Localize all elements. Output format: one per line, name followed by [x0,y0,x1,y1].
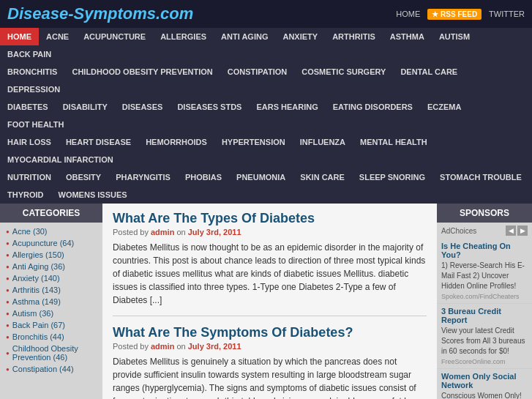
sponsor-1-title[interactable]: Is He Cheating On You? [441,242,528,259]
nav-back-pain[interactable]: BACK PAIN [0,45,59,63]
category-link-back-pain[interactable]: Back Pain (67) [12,321,65,329]
sponsor-item-3: Women Only Social Network Conscious Wome… [437,369,532,399]
article-2-author: admin [151,342,174,351]
article-2: What Are The Symptoms Of Diabetes? Poste… [113,325,427,399]
list-item: Acne (30) [0,225,102,237]
article-2-title[interactable]: What Are The Symptoms Of Diabetes? [113,325,427,340]
ad-next-button[interactable]: ▶ [517,225,528,236]
nav-cosmetic-surgery[interactable]: COSMETIC SURGERY [294,63,393,81]
category-link-arthritis[interactable]: Arthritis (143) [12,286,61,294]
nav-thyroid[interactable]: THYROID [0,186,51,204]
nav-acupuncture[interactable]: ACUPUNCTURE [76,28,153,45]
category-link-bronchitis[interactable]: Bronchitis (44) [12,332,64,341]
category-link-constipation[interactable]: Constipation (44) [12,365,74,373]
nav-row-4: HAIR LOSS HEART DISEASE HEMORRHOIDS HYPE… [0,133,532,168]
nav-row-3: DIABETES DISABILITY DISEASES DISEASES ST… [0,98,532,133]
list-item: Anti Aging (36) [0,261,102,272]
nav-row-5: NUTRITION OBESITY PHARYNGITIS PHOBIAS PN… [0,168,532,186]
header-right: HOME ★ RSS FEED TWITTER [396,9,525,20]
nav-skin-care[interactable]: SKIN CARE [293,168,352,186]
nav-obesity[interactable]: OBESITY [59,168,108,186]
nav-hemorrhoids[interactable]: HEMORRHOIDS [138,133,214,151]
category-link-allergies[interactable]: Allergies (150) [12,250,64,259]
category-link-asthma[interactable]: Asthma (149) [12,297,61,306]
sponsor-2-title[interactable]: 3 Bureau Credit Report [441,307,528,324]
category-link-childhood-obesity[interactable]: Childhood Obesity Prevention (46) [12,344,97,362]
nav-diseases-stds[interactable]: DISEASES STDS [170,98,249,116]
nav-sleep-snoring[interactable]: SLEEP SNORING [352,168,432,186]
nav-allergies[interactable]: ALLERGIES [153,28,214,45]
category-link-autism[interactable]: Autism (36) [12,309,53,318]
nav-mental-health[interactable]: MENTAL HEALTH [353,133,435,151]
list-item: Constipation (44) [0,363,102,375]
nav-influenza[interactable]: INFLUENZA [293,133,353,151]
ad-choices-label: AdChoices [441,227,476,235]
sidebar-left: CATEGORIES Acne (30) Acupuncture (64) Al… [0,204,102,399]
nav-nutrition[interactable]: NUTRITION [0,168,59,186]
list-item: Back Pain (67) [0,319,102,331]
category-link-acupuncture[interactable]: Acupuncture (64) [12,239,74,247]
nav-dental-care[interactable]: DENTAL CARE [393,63,465,81]
article-2-text: Diabetes Mellitus is genuinely a situati… [113,355,427,399]
nav-constipation[interactable]: CONSTIPATION [220,63,294,81]
ad-prev-button[interactable]: ◀ [506,225,516,236]
site-logo[interactable]: Disease-Symptoms.com [7,4,193,23]
nav-heart-disease[interactable]: HEART DISEASE [59,133,138,151]
nav-bronchitis[interactable]: BRONCHITIS [0,63,64,81]
main-content: CATEGORIES Acne (30) Acupuncture (64) Al… [0,204,532,399]
sponsor-1-url[interactable]: Spokeo.com/FindCheaters [441,293,528,300]
list-item: Anxiety (140) [0,272,102,284]
home-link[interactable]: HOME [396,10,420,18]
nav-row-1: HOME ACNE ACUPUNCTURE ALLERGIES ANTI AGI… [0,28,532,63]
nav-diseases[interactable]: DISEASES [115,98,171,116]
nav-row-6: THYROID WOMENS ISSUES [0,186,532,204]
rss-feed-button[interactable]: ★ RSS FEED [427,9,482,20]
category-link-acne[interactable]: Acne (30) [12,227,48,236]
nav-anxiety[interactable]: ANXIETY [275,28,325,45]
nav-asthma[interactable]: ASTHMA [383,28,432,45]
nav-acne[interactable]: ACNE [39,28,76,45]
nav-autism[interactable]: AUTISM [432,28,477,45]
sponsor-3-title[interactable]: Women Only Social Network [441,372,528,389]
nav-childhood-obesity[interactable]: CHILDHOOD OBESITY PREVENTION [64,63,220,81]
article-1-author: admin [151,228,174,236]
nav-depression[interactable]: DEPRESSION [0,81,67,98]
nav-womens-issues[interactable]: WOMENS ISSUES [51,186,135,204]
nav-hair-loss[interactable]: HAIR LOSS [0,133,59,151]
main-nav: HOME ACNE ACUPUNCTURE ALLERGIES ANTI AGI… [0,28,532,204]
nav-pneumonia[interactable]: PNEUMONIA [229,168,293,186]
sponsor-2-url[interactable]: FreeScoreOnline.com [441,358,528,365]
nav-stomach-trouble[interactable]: STOMACH TROUBLE [432,168,529,186]
nav-myocardial[interactable]: MYOCARDIAL INFARCTION [0,151,121,168]
categories-list: Acne (30) Acupuncture (64) Allergies (15… [0,223,102,378]
nav-disability[interactable]: DISABILITY [56,98,115,116]
list-item: Childhood Obesity Prevention (46) [0,343,102,363]
twitter-link[interactable]: TWITTER [489,10,525,18]
sponsor-item-2: 3 Bureau Credit Report View your latest … [437,304,532,369]
nav-foot-health[interactable]: FOOT HEALTH [0,116,71,133]
ad-choices-bar: AdChoices ◀ ▶ [437,223,532,239]
list-item: Arthritis (143) [0,284,102,296]
category-link-anxiety[interactable]: Anxiety (140) [12,274,60,283]
nav-diabetes[interactable]: DIABETES [0,98,56,116]
list-item: Allergies (150) [0,249,102,261]
ad-nav: ◀ ▶ [506,225,528,236]
article-1-title[interactable]: What Are The Types Of Diabetes [113,211,427,226]
list-item: Bronchitis (44) [0,331,102,343]
nav-hypertension[interactable]: HYPERTENSION [214,133,293,151]
list-item: Autism (36) [0,307,102,319]
sponsor-1-text: 1) Reverse-Search His E-Mail Fast 2) Unc… [441,261,528,291]
sponsor-item-1: Is He Cheating On You? 1) Reverse-Search… [437,239,532,304]
nav-pharyngitis[interactable]: PHARYNGITIS [108,168,178,186]
nav-eating-disorders[interactable]: EATING DISORDERS [326,98,420,116]
categories-title: CATEGORIES [0,204,102,223]
category-link-anti-aging[interactable]: Anti Aging (36) [12,262,65,271]
nav-anti-aging[interactable]: ANTI AGING [214,28,275,45]
nav-ears-hearing[interactable]: EARS HEARING [249,98,325,116]
nav-home[interactable]: HOME [0,28,39,45]
sidebar-right: SPONSORS AdChoices ◀ ▶ Is He Cheating On… [437,204,532,399]
nav-eczema[interactable]: ECZEMA [420,98,468,116]
nav-phobias[interactable]: PHOBIAS [178,168,229,186]
nav-arthritis[interactable]: ARTHRITIS [325,28,383,45]
sponsor-2-text: View your latest Credit Scores from All … [441,326,528,357]
